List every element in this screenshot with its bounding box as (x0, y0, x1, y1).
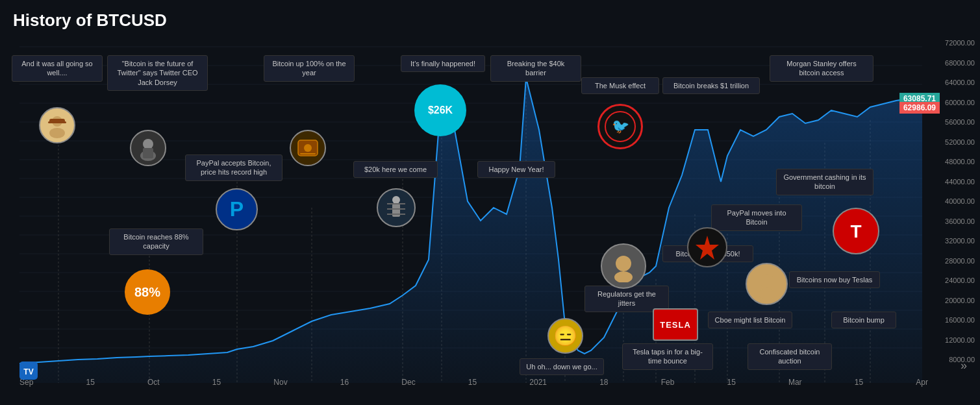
svg-rect-44 (300, 153, 316, 154)
x-label-dec: Dec (401, 378, 415, 387)
svg-point-55 (760, 274, 774, 288)
y-label-36000: 36000.00 (945, 217, 975, 225)
icon-bitcoin-100 (290, 130, 326, 166)
y-label-28000: 28000.00 (945, 257, 975, 265)
x-axis: Sep 15 Oct 15 Nov 16 Dec 15 2021 18 Feb … (19, 378, 928, 387)
y-label-72000: 72000.00 (945, 39, 975, 47)
x-label-15e: 15 (855, 378, 863, 387)
y-label-32000: 32000.00 (945, 237, 975, 245)
current-price-low: 62986.09 (899, 102, 940, 114)
x-label-15a: 15 (86, 378, 95, 387)
annotation-morgan-stanley: Morgan Stanley offers bitcoin access (770, 55, 873, 82)
svg-point-52 (616, 256, 631, 271)
icon-govt-cash (746, 263, 788, 305)
x-label-apr: Apr (916, 378, 928, 387)
annotation-1-trillion: Bitcoin breaks $1 trillion (662, 77, 760, 94)
x-label-nov: Nov (273, 378, 287, 387)
annotation-going-well: And it was all going so well.... (12, 55, 103, 82)
svg-text:T: T (850, 221, 861, 241)
annotation-bitcoin-100: Bitcoin up 100% on the year (264, 55, 355, 82)
y-label-20000: 20000.00 (945, 297, 975, 304)
annotation-musk-effect: The Musk effect (581, 77, 659, 94)
annotation-tesla-bounce: Tesla taps in for a big-time bounce (622, 343, 713, 370)
y-label-12000: 12000.00 (945, 336, 975, 344)
y-label-56000: 56000.00 (945, 118, 975, 126)
svg-point-36 (49, 128, 65, 138)
y-label-24000: 24000.00 (945, 276, 975, 284)
x-label-15b: 15 (212, 378, 221, 387)
annotation-40k: Breaking the $40k barrier (490, 55, 581, 82)
icon-paypal: P (216, 188, 258, 230)
annotation-happy-new-year: Happy New Year! (477, 161, 555, 178)
icon-tesla: TESLA (653, 308, 698, 341)
annotation-down-we-go: Uh oh... down we go... (520, 358, 604, 375)
icon-20k (377, 188, 416, 227)
svg-point-39 (143, 139, 153, 149)
x-label-15c: 15 (468, 378, 477, 387)
icon-paypal-bitcoin (687, 227, 727, 267)
y-label-40000: 40000.00 (945, 197, 975, 205)
x-label-mar: Mar (788, 378, 802, 387)
icon-going-well (39, 107, 75, 143)
annotation-finally: It's finally happened! (401, 55, 485, 72)
y-label-64000: 64000.00 (945, 79, 975, 86)
x-label-18: 18 (599, 378, 608, 387)
svg-text:🐦: 🐦 (612, 117, 630, 135)
icon-teslas: T (833, 208, 879, 254)
svg-point-43 (304, 144, 312, 152)
x-label-feb: Feb (661, 378, 675, 387)
annotation-88-capacity: Bitcoin reaches 88% capacity (109, 228, 203, 255)
svg-point-53 (614, 271, 633, 282)
annotation-paypal-bitcoin: PayPal moves into Bitcoin (711, 204, 802, 231)
y-label-52000: 52000.00 (945, 138, 975, 146)
chart-logo: TV (19, 362, 38, 382)
chart-container: History of BTCUSD (0, 0, 980, 405)
icon-down-we-go: 😑 (547, 318, 583, 354)
annotation-paypal: PayPal accepts Bitcoin, price hits recor… (185, 154, 283, 181)
annotation-confiscated-bitcoin: Confiscated bitcoin auction (748, 343, 832, 370)
annotation-bitcoin-bump: Bitcoin bump (831, 312, 896, 328)
y-label-60000: 60000.00 (945, 99, 975, 106)
svg-marker-54 (696, 236, 719, 260)
x-label-oct: Oct (147, 378, 160, 387)
y-axis: 72000.00 68000.00 64000.00 60000.00 5600… (945, 39, 975, 363)
badge-26k: $26K (414, 84, 466, 136)
y-label-44000: 44000.00 (945, 178, 975, 186)
annotation-govt-cash: Government cashing in its bitcoin (776, 169, 873, 195)
forward-arrow[interactable]: » (961, 359, 967, 373)
svg-rect-38 (48, 121, 66, 123)
icon-jack-dorsey (130, 130, 166, 166)
x-label-16: 16 (340, 378, 349, 387)
icon-regulators (601, 243, 646, 289)
y-label-48000: 48000.00 (945, 158, 975, 166)
icon-88-percent: 88% (125, 269, 170, 315)
svg-point-56 (759, 289, 775, 299)
y-label-16000: 16000.00 (945, 316, 975, 324)
x-label-2021: 2021 (529, 378, 547, 387)
y-label-68000: 68000.00 (945, 59, 975, 67)
annotation-teslas: Bitcoins now buy Teslas (789, 271, 880, 288)
annotation-jack-dorsey: "Bitcoin is the future of Twitter" says … (107, 55, 208, 91)
svg-text:TV: TV (23, 367, 33, 376)
x-label-15d: 15 (727, 378, 735, 387)
annotation-20k: $20k here we come (353, 161, 438, 178)
svg-rect-41 (143, 148, 153, 158)
svg-point-45 (392, 196, 400, 204)
icon-musk-twitter: 🐦 (597, 104, 643, 149)
annotation-cboe: Cboe might list Bitcoin (708, 312, 792, 328)
